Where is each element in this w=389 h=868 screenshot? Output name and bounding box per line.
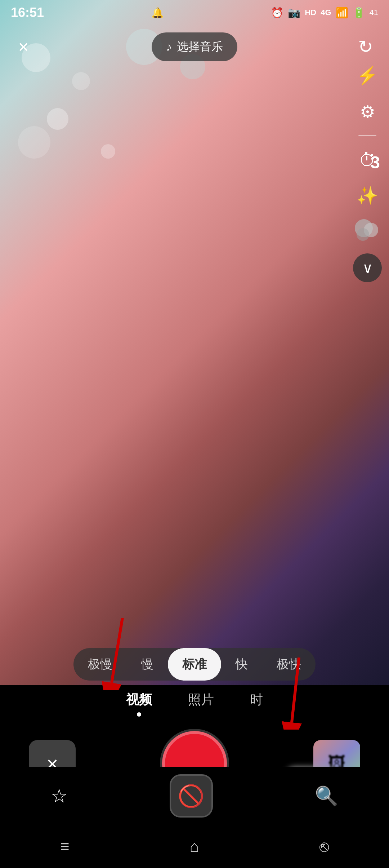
search-icon: 🔍 [315, 785, 338, 807]
clock-icon: ⏰ [271, 7, 283, 19]
signal-icon: 📶 [336, 7, 348, 19]
favorites-button[interactable]: ☆ [51, 785, 68, 807]
chevron-down-icon: ∨ [362, 260, 373, 276]
battery-icon: 🔋 [353, 7, 365, 19]
beauty-button[interactable]: ✨ [353, 181, 382, 210]
arrow-1 [101, 618, 130, 691]
music-note-icon: ♪ [166, 40, 172, 54]
close-button[interactable]: × [11, 34, 36, 59]
bottom-nav: ☆ 🚫 🔍 [0, 767, 389, 825]
speed-option-slow[interactable]: 慢 [127, 648, 168, 681]
beauty-icon: ✨ [357, 186, 378, 206]
settings-icon: ⚙ [360, 102, 375, 122]
screen: 16:51 🔔 ⏰ 📷 HD 4G 📶 🔋 41 × ♪ 选择音乐 ↻ ⚡ [0, 0, 389, 868]
effects-icon: 🚫 [178, 783, 205, 809]
effects-button[interactable]: 🚫 [170, 774, 213, 818]
filter-button[interactable] [353, 217, 382, 246]
chevron-down-button[interactable]: ∨ [353, 253, 382, 282]
music-button[interactable]: ♪ 选择音乐 [152, 32, 237, 61]
menu-button[interactable]: ≡ [60, 837, 70, 855]
speed-option-fast[interactable]: 快 [221, 648, 262, 681]
star-icon: ☆ [51, 785, 68, 807]
camera-viewfinder [0, 0, 389, 685]
flash-icon: ⚡ [357, 66, 378, 86]
close-icon: × [18, 36, 28, 57]
camera-status-icon: 📷 [288, 7, 300, 19]
speed-selector: 极慢 慢 标准 快 极快 [0, 648, 389, 681]
mode-timer[interactable]: 时 [232, 683, 281, 717]
hd-icon: HD [305, 8, 316, 17]
status-icons: ⏰ 📷 HD 4G 📶 🔋 41 [271, 7, 378, 19]
music-button-label: 选择音乐 [177, 39, 223, 55]
timer-button[interactable]: ⏱ 3 [353, 145, 382, 174]
divider [358, 135, 376, 136]
4g-icon: 4G [321, 8, 331, 17]
flash-button[interactable]: ⚡ [353, 61, 382, 90]
svg-line-3 [292, 657, 299, 722]
speed-option-normal[interactable]: 标准 [168, 648, 221, 681]
settings-button[interactable]: ⚙ [353, 97, 382, 126]
status-time: 16:51 [11, 5, 44, 20]
notification-icon: 🔔 [151, 7, 164, 19]
right-controls: ⚡ ⚙ ⏱ 3 ✨ ∨ [353, 61, 382, 282]
back-button[interactable]: ⎋ [319, 837, 329, 855]
system-navigation: ≡ ⌂ ⎋ [0, 825, 389, 868]
top-controls: × ♪ 选择音乐 ↻ [0, 25, 389, 68]
arrow-2 [281, 657, 310, 731]
battery-level: 41 [370, 8, 378, 17]
status-bar: 16:51 🔔 ⏰ 📷 HD 4G 📶 🔋 41 [0, 0, 389, 25]
flip-camera-button[interactable]: ↻ [353, 34, 378, 59]
timer-badge: 3 [370, 152, 380, 172]
svg-line-1 [112, 618, 122, 683]
refresh-icon: ↻ [358, 36, 373, 57]
search-button[interactable]: 🔍 [315, 785, 338, 807]
mode-photo[interactable]: 照片 [170, 683, 232, 717]
home-button[interactable]: ⌂ [190, 837, 200, 855]
mode-selector: 视频 照片 时 [0, 683, 389, 717]
